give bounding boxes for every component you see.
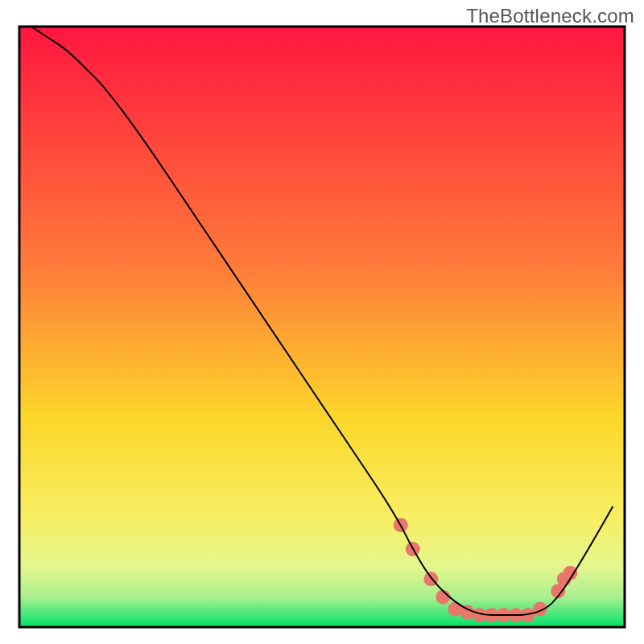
marker-dot <box>448 602 462 617</box>
watermark-text: TheBottleneck.com <box>466 5 634 27</box>
bottleneck-chart <box>0 0 644 644</box>
gradient-background <box>19 27 625 627</box>
chart-frame: TheBottleneck.com <box>0 0 644 644</box>
